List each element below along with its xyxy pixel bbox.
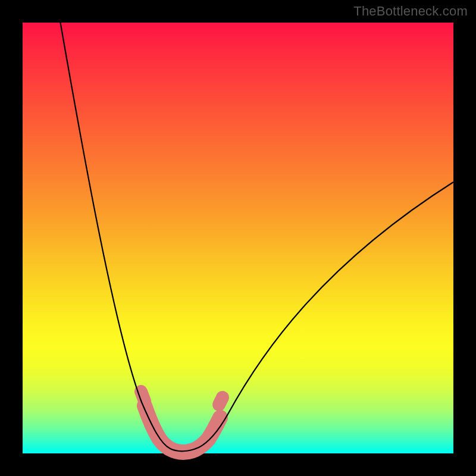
salmon-dot-top-right xyxy=(219,397,223,405)
plot-area xyxy=(23,23,453,453)
watermark-text: TheBottleneck.com xyxy=(353,4,468,19)
chart-frame: TheBottleneck.com xyxy=(0,0,476,476)
salmon-worm xyxy=(145,406,220,452)
black-curve xyxy=(58,11,453,451)
curve-layer xyxy=(23,23,453,453)
